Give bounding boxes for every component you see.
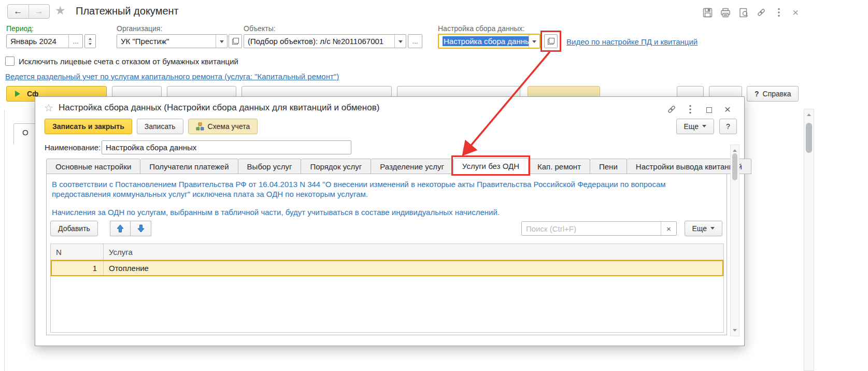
data-setup-dropdown-button[interactable] (529, 35, 539, 48)
dialog-tab-bar: Основные настройки Получатели платежей В… (46, 158, 751, 174)
favorite-star-icon[interactable]: ★ (55, 5, 66, 17)
close-window-icon[interactable]: × (789, 6, 802, 19)
page-title: Платежный документ (76, 5, 179, 17)
table-more-button[interactable]: Еще (685, 221, 723, 236)
dialog-command-bar: Записать и закрыть Записать Схема учета (45, 119, 258, 134)
save-label: Записать (145, 122, 176, 131)
step-down-icon (89, 43, 92, 47)
organization-dropdown-button[interactable] (216, 35, 227, 48)
dialog-get-link-icon[interactable] (665, 103, 678, 116)
dialog-scrollbar[interactable] (730, 145, 739, 336)
column-header-n[interactable]: N (51, 244, 104, 260)
tab-label: Услуги без ОДН (462, 162, 519, 170)
tab-kapremont[interactable]: Кап. ремонт (529, 159, 590, 174)
add-row-button[interactable]: Добавить (50, 221, 98, 236)
forward-arrow-icon: → (35, 6, 44, 17)
tab-payment-recipients[interactable]: Получатели платежей (140, 159, 238, 174)
period-stepper[interactable] (84, 34, 96, 48)
objects-field[interactable]: (Подбор объектов): л/с №2011067001 (244, 34, 406, 48)
tab-content-panel: В соответствии с Постановлением Правител… (46, 174, 727, 335)
tab-peni[interactable]: Пени (590, 159, 627, 174)
tab-service-selection[interactable]: Выбор услуг (238, 159, 302, 174)
search-input[interactable] (522, 222, 661, 235)
data-setup-label: Настройка сбора данных: (438, 24, 524, 33)
tab-label: Получатели платежей (149, 162, 229, 171)
tab-label: Выбор услуг (247, 162, 292, 171)
dialog-maximize-icon[interactable] (703, 104, 715, 116)
chevron-down-icon (710, 227, 715, 232)
tab-label: Разделение услуг (380, 162, 444, 171)
main-scrollbar-thumb[interactable] (806, 123, 812, 153)
name-field-input[interactable]: Настройка сбора данных (102, 140, 351, 154)
application-window: ← → ★ Платежный документ × Период: Орган… (0, 0, 868, 371)
dialog-favorite-star-icon[interactable]: ☆ (44, 103, 53, 113)
info-paragraph-2: Начисления за ОДН по услугам, выбранным … (52, 207, 720, 217)
dialog-more-menu-icon[interactable] (684, 103, 696, 116)
move-up-button[interactable] (110, 221, 131, 236)
video-help-link[interactable]: Видео по настройке ПД и квитанций (566, 37, 698, 46)
objects-dropdown-button[interactable] (394, 35, 406, 48)
move-down-button[interactable] (131, 221, 151, 236)
scroll-up-icon (807, 111, 811, 116)
dialog-close-icon[interactable]: × (721, 103, 734, 115)
save-icon[interactable] (701, 6, 714, 19)
column-header-service[interactable]: Услуга (104, 244, 723, 260)
play-icon (15, 91, 23, 97)
org-chart-icon (196, 122, 204, 131)
chevron-down-icon (399, 40, 403, 45)
chevron-down-icon (220, 40, 224, 45)
more-menu-icon[interactable] (772, 6, 786, 19)
period-field[interactable]: Январь 2024 ... (6, 34, 83, 48)
tab-main-settings[interactable]: Основные настройки (46, 159, 140, 174)
forward-button[interactable]: → (29, 5, 50, 18)
annotation-box-open-button (540, 31, 561, 52)
chevron-down-icon (532, 40, 536, 45)
organization-open-button[interactable] (229, 34, 242, 48)
tab-label: Порядок услуг (310, 162, 362, 171)
exclude-accounts-checkbox[interactable] (5, 56, 15, 66)
main-scrollbar[interactable] (804, 109, 814, 371)
dialog-more-button[interactable]: Еще (676, 119, 715, 134)
table-row-selected[interactable]: 1 Отопление (51, 260, 723, 276)
back-button[interactable]: ← (8, 5, 29, 18)
dialog-scrollbar-thumb[interactable] (732, 153, 737, 180)
data-setup-field[interactable]: Настройка сбора данных (438, 34, 540, 49)
scroll-down-icon (733, 329, 737, 334)
tab-service-split[interactable]: Разделение услуг (371, 159, 453, 174)
print-icon[interactable] (719, 6, 732, 19)
kapremont-settings-link[interactable]: Ведется раздельный учет по услугам капит… (5, 72, 339, 81)
table-header: N Услуга (51, 244, 723, 260)
dialog-title: Настройка сбора данных (Настройки сбора … (59, 103, 379, 113)
move-row-group (110, 221, 151, 236)
period-choose-button[interactable]: ... (68, 35, 82, 48)
objects-label: Объекты: (244, 24, 276, 33)
hidden-main-tab[interactable]: О (13, 123, 36, 144)
dialog-help-label: ? (726, 122, 730, 131)
maximize-square-icon (706, 107, 712, 113)
open-icon (232, 38, 239, 45)
back-arrow-icon: ← (13, 6, 22, 17)
scroll-up-icon (733, 147, 737, 152)
services-table: N Услуга 1 Отопление (50, 244, 724, 333)
period-value: Январь 2024 (7, 35, 68, 48)
search-clear-icon[interactable]: × (661, 222, 676, 235)
save-button[interactable]: Записать (137, 119, 183, 134)
organization-label: Организация: (117, 24, 162, 33)
tab-services-without-odn[interactable]: Услуги без ОДН (453, 158, 529, 174)
add-row-label: Добавить (58, 224, 90, 233)
get-link-icon[interactable] (755, 6, 768, 19)
help-button[interactable]: ? Справка (747, 86, 799, 102)
scheme-button[interactable]: Схема учета (188, 119, 258, 134)
dialog-help-button[interactable]: ? (719, 119, 737, 134)
content-left-border (4, 110, 5, 371)
nav-history-group: ← → (7, 4, 50, 19)
organization-value: УК "Престиж" (117, 35, 216, 48)
row-number-cell: 1 (52, 261, 104, 275)
hidden-main-tab-label: О (22, 128, 29, 137)
objects-choose-button[interactable]: ... (408, 34, 422, 48)
tab-service-order[interactable]: Порядок услуг (301, 159, 371, 174)
save-and-close-button[interactable]: Записать и закрыть (45, 119, 132, 134)
question-icon: ? (755, 90, 759, 98)
organization-field[interactable]: УК "Престиж" (117, 34, 227, 48)
preview-icon[interactable] (737, 6, 750, 19)
